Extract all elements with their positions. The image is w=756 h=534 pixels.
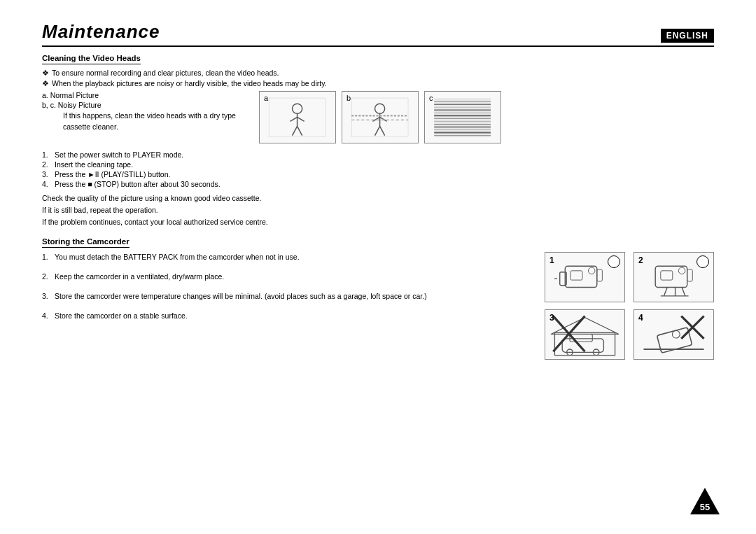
storing-images: 1: [545, 252, 714, 360]
cleaning-desc-text: If this happens, clean the video heads w…: [63, 111, 236, 131]
svg-line-4: [298, 117, 304, 121]
svg-rect-30: [565, 266, 596, 287]
svg-line-3: [290, 117, 298, 121]
cleaning-description: If this happens, clean the video heads w…: [63, 111, 245, 133]
svg-line-6: [298, 126, 302, 135]
storing-img-num-4: 4: [638, 313, 643, 323]
check-line-2: If it is still bad, repeat the operation…: [42, 204, 714, 216]
storing-step-4: 4. Store the camcorder on a stable surfa…: [42, 311, 531, 322]
storing-spacer2: [42, 285, 531, 289]
svg-point-32: [588, 267, 594, 274]
bullet-item-1: ❖ To ensure normal recording and clear p…: [42, 69, 714, 78]
storing-step-2: 2. Keep the camcorder in a ventilated, d…: [42, 272, 531, 283]
page-title: Maintenance: [42, 21, 160, 43]
check-line-1: Check the quality of the picture using a…: [42, 192, 714, 204]
storing-text: 1. You must detach the BATTERY PACK from…: [42, 252, 531, 360]
check-line-3: If the problem continues, contact your l…: [42, 216, 714, 228]
page-number-area: 55: [690, 488, 720, 514]
cleaning-step-4: 4. Press the ■ (STOP) button after about…: [42, 180, 714, 188]
storing-img-num-3: 3: [550, 313, 554, 323]
cleaning-section: Cleaning the Video Heads ❖ To ensure nor…: [42, 54, 714, 227]
storing-image-1: 1: [545, 252, 625, 302]
cleaning-images: a: [259, 91, 714, 150]
svg-rect-41: [687, 269, 692, 281]
img-label-c: c: [429, 94, 433, 102]
cleaning-steps-list: 1. Set the power switch to PLAYER mode. …: [42, 150, 714, 188]
check-block: Check the quality of the picture using a…: [42, 192, 714, 227]
storing-image-3: 3: [545, 309, 625, 360]
label-a: a. Normal Picture: [42, 91, 245, 99]
svg-rect-31: [570, 270, 582, 279]
label-bc-text: b, c. Noisy Picture: [42, 101, 102, 109]
cleaning-left: a. Normal Picture b, c. Noisy Picture If…: [42, 91, 245, 150]
image-b: b: [342, 91, 419, 143]
storing-spacer: [42, 265, 531, 269]
svg-line-10: [373, 117, 380, 121]
storing-image-2: 2: [634, 252, 714, 302]
storing-steps-list: 1. You must detach the BATTERY PACK from…: [42, 252, 531, 321]
svg-line-13: [380, 126, 385, 135]
storing-bottom-images: 3 4: [545, 309, 714, 360]
bullet-item-2: ❖ When the playback pictures are noisy o…: [42, 79, 714, 88]
page-header: Maintenance ENGLISH: [42, 21, 714, 47]
storing-step-1: 1. You must detach the BATTERY PACK from…: [42, 252, 531, 263]
image-c: c: [424, 91, 501, 143]
cleaning-step-2: 2. Insert the cleaning tape.: [42, 160, 714, 169]
page: Maintenance ENGLISH Cleaning the Video H…: [0, 0, 756, 534]
svg-line-44: [682, 287, 685, 295]
svg-line-11: [380, 117, 387, 121]
svg-rect-38: [655, 266, 687, 287]
bullet-text-1: To ensure normal recording and clear pic…: [52, 69, 279, 78]
svg-rect-33: [597, 269, 603, 281]
svg-line-5: [293, 126, 298, 135]
svg-point-1: [293, 104, 302, 113]
cleaning-step-1: 1. Set the power switch to PLAYER mode.: [42, 150, 714, 159]
storing-image-4: 4: [634, 309, 714, 360]
label-bc: b, c. Noisy Picture: [42, 101, 245, 109]
storing-img-num-1: 1: [550, 255, 554, 265]
bullet-symbol-2: ❖: [42, 79, 49, 88]
svg-line-12: [375, 126, 380, 135]
svg-rect-39: [661, 270, 673, 279]
storing-spacer3: [42, 304, 531, 309]
image-row: a: [259, 91, 714, 143]
storing-top-images: 1: [545, 252, 714, 302]
svg-text:55: 55: [700, 502, 710, 512]
storing-section: Storing the Camcorder 1. You must detach…: [42, 237, 714, 360]
image-a: a: [259, 91, 336, 143]
svg-point-8: [375, 104, 385, 113]
storing-section-title: Storing the Camcorder: [42, 237, 130, 248]
bullet-symbol-1: ❖: [42, 69, 49, 78]
cleaning-step-3: 3. Press the ►II (PLAY/STILL) button.: [42, 170, 714, 178]
cleaning-section-title: Cleaning the Video Heads: [42, 54, 141, 64]
bullet-text-2: When the playback pictures are noisy or …: [52, 79, 327, 88]
img-label-b: b: [346, 94, 351, 102]
label-a-text: a. Normal Picture: [42, 91, 99, 99]
img-label-a: a: [264, 94, 268, 102]
storing-two-col: 1. You must detach the BATTERY PACK from…: [42, 252, 714, 360]
svg-point-40: [678, 267, 685, 274]
storing-img-num-2: 2: [638, 255, 643, 265]
cleaning-two-col: a. Normal Picture b, c. Noisy Picture If…: [42, 91, 714, 150]
svg-line-42: [664, 287, 667, 295]
storing-step-3: 3. Store the camcorder were temperature …: [42, 291, 531, 302]
language-badge: ENGLISH: [661, 29, 714, 43]
